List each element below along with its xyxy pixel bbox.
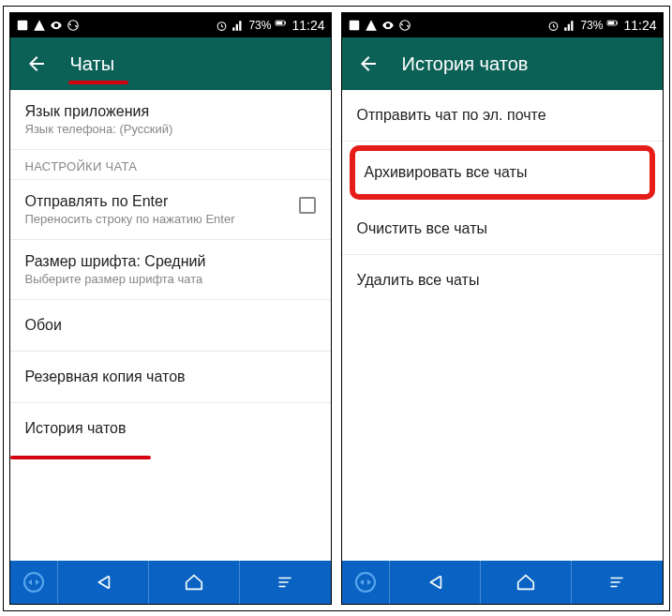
setting-sublabel: Язык телефона: (Русский) [25, 122, 316, 136]
action-label: Удалить все чаты [357, 272, 648, 289]
setting-wallpaper[interactable]: Обои [10, 300, 331, 352]
battery-icon [275, 19, 288, 32]
nav-bar [342, 561, 663, 604]
home-icon [182, 572, 206, 593]
svg-rect-0 [17, 21, 27, 31]
home-icon [514, 572, 538, 593]
setting-app-language[interactable]: Язык приложения Язык телефона: (Русский) [10, 90, 331, 150]
battery-percent: 73% [580, 19, 603, 32]
action-archive-all[interactable]: Архивировать все чаты [355, 151, 650, 194]
svg-rect-11 [608, 21, 615, 23]
setting-label: Размер шрифта: Средний [25, 253, 316, 270]
status-bar: 73% 11:24 [10, 13, 331, 38]
sync-icon [398, 19, 411, 32]
back-icon [421, 572, 449, 593]
nav-back[interactable] [57, 561, 148, 604]
nav-bar [10, 561, 331, 604]
nav-back[interactable] [389, 561, 480, 604]
signal-icon [563, 19, 576, 32]
back-icon [89, 572, 117, 593]
section-chat-settings: НАСТРОЙКИ ЧАТА [10, 150, 331, 180]
svg-rect-6 [349, 21, 359, 31]
setting-sublabel: Выберите размер шрифта чата [25, 272, 316, 286]
action-label: Архивировать все чаты [365, 164, 640, 181]
action-label: Отправить чат по эл. почте [357, 107, 648, 124]
nav-home[interactable] [148, 561, 239, 604]
checkbox[interactable] [299, 197, 316, 214]
status-bar: 73% 11:24 [342, 13, 663, 38]
annotation-highlight-box: Архивировать все чаты [350, 145, 655, 200]
setting-label: Язык приложения [25, 103, 316, 120]
action-delete-all[interactable]: Удалить все чаты [342, 255, 663, 306]
setting-backup[interactable]: Резервная копия чатов [10, 352, 331, 403]
signal-icon [231, 19, 245, 32]
action-clear-all[interactable]: Очистить все чаты [342, 203, 663, 255]
teamviewer-icon [23, 572, 44, 593]
history-list: Отправить чат по эл. почте Архивировать … [342, 90, 663, 561]
notif-icon-2 [33, 19, 46, 32]
battery-percent: 73% [248, 19, 271, 32]
setting-sublabel: Переносить строку по нажатию Enter [25, 212, 235, 226]
setting-label: Обои [25, 317, 316, 334]
page-title: История чатов [402, 53, 529, 75]
alarm-icon [546, 19, 560, 32]
nav-teamviewer[interactable] [342, 561, 389, 604]
recent-icon [274, 574, 296, 591]
setting-send-on-enter[interactable]: Отправлять по Enter Переносить строку по… [10, 180, 331, 240]
annotation-underline [68, 81, 128, 84]
action-email-chat[interactable]: Отправить чат по эл. почте [342, 90, 663, 142]
page-title: Чаты [70, 53, 115, 75]
svg-rect-10 [617, 22, 618, 24]
setting-chat-history[interactable]: История чатов [10, 403, 331, 454]
back-button[interactable] [25, 53, 48, 75]
svg-rect-4 [285, 22, 286, 24]
battery-icon [606, 19, 620, 32]
annotation-underline [10, 456, 151, 459]
setting-label: История чатов [25, 420, 316, 437]
alarm-icon [215, 19, 228, 32]
clock-time: 11:24 [623, 18, 656, 33]
teamviewer-icon [355, 572, 376, 593]
settings-list: Язык приложения Язык телефона: (Русский)… [10, 90, 331, 561]
eye-icon [381, 19, 395, 32]
app-bar: Чаты [10, 38, 331, 90]
nav-recent[interactable] [571, 561, 662, 604]
sync-icon [67, 19, 80, 32]
setting-label: Резервная копия чатов [25, 368, 316, 385]
setting-label: Отправлять по Enter [25, 193, 235, 210]
phone-right: 73% 11:24 История чатов Отправить чат по… [341, 12, 664, 605]
svg-rect-5 [276, 21, 283, 23]
nav-home[interactable] [480, 561, 571, 604]
back-button[interactable] [357, 53, 380, 75]
app-bar: История чатов [342, 38, 663, 90]
eye-icon [50, 19, 63, 32]
notif-icon-1 [348, 19, 361, 32]
nav-teamviewer[interactable] [10, 561, 57, 604]
nav-recent[interactable] [239, 561, 330, 604]
action-label: Очистить все чаты [357, 220, 648, 237]
notif-icon-1 [16, 19, 29, 32]
recent-icon [605, 574, 628, 591]
notif-icon-2 [365, 19, 378, 32]
svg-point-1 [67, 21, 78, 31]
phone-left: 73% 11:24 Чаты Язык приложения Язык теле… [9, 12, 332, 605]
clock-time: 11:24 [291, 18, 324, 33]
setting-font-size[interactable]: Размер шрифта: Средний Выберите размер ш… [10, 240, 331, 300]
svg-point-7 [399, 21, 410, 31]
